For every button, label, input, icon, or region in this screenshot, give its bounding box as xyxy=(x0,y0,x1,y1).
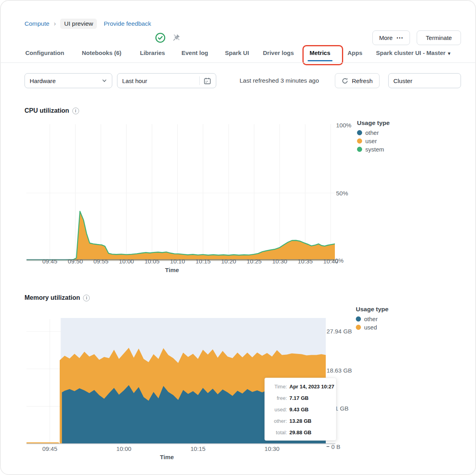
xtick-label: 10:10 xyxy=(165,258,190,265)
xtick-label: 10:35 xyxy=(293,258,318,265)
ytick-label: 27.94 GB xyxy=(327,328,352,335)
ytick-label: 0% xyxy=(335,257,344,264)
memory-legend-title: Usage type xyxy=(356,306,389,313)
tab-spark-ui[interactable]: Spark UI xyxy=(224,49,250,61)
legend-item-label: other xyxy=(365,129,379,136)
legend-item-label: system xyxy=(365,146,384,153)
xtick-label: 10:30 xyxy=(267,258,292,265)
last-refreshed-text: Last refreshed 3 minutes ago xyxy=(240,77,319,84)
memory-legend: Usage type otherused xyxy=(356,306,389,331)
tab-event-log[interactable]: Event log xyxy=(181,49,209,61)
tooltip-time-label: Time: xyxy=(267,383,287,390)
divider xyxy=(199,76,200,85)
tooltip-time-value: Apr 14, 2023 10:27 xyxy=(289,383,334,390)
cpu-legend: Usage type otherusersystem xyxy=(357,119,390,153)
cluster-select-value: Cluster xyxy=(393,78,412,84)
tab-metrics[interactable]: Metrics xyxy=(309,49,331,61)
xtick-label: 10:30 xyxy=(259,445,285,452)
tooltip-row-time: Time: Apr 14, 2023 10:27 xyxy=(267,383,334,390)
cpu-x-axis-title: Time xyxy=(159,267,185,273)
cluster-running-check-icon xyxy=(155,32,166,45)
legend-item-other[interactable]: other xyxy=(357,129,390,137)
tooltip-row-free: free: 7.17 GB xyxy=(267,394,334,402)
metric-group-select[interactable]: Hardware xyxy=(25,73,112,88)
tooltip-row-total: total: 29.88 GB xyxy=(267,429,334,436)
xtick-label: 09:55 xyxy=(88,258,113,265)
more-button[interactable]: More ⋯ xyxy=(372,30,410,45)
legend-dot-icon xyxy=(357,130,362,135)
ytick-label: 50% xyxy=(336,190,348,197)
breadcrumb-compute-link[interactable]: Compute xyxy=(25,20,49,27)
refresh-button[interactable]: Refresh xyxy=(335,73,380,88)
tabs-divider xyxy=(1,62,476,63)
cpu-chart-title-text: CPU utilization xyxy=(25,107,69,114)
tab-spark-cluster-ui[interactable]: Spark cluster UI - Master▾ xyxy=(375,49,451,61)
info-icon[interactable] xyxy=(83,295,90,301)
tab-metrics-label: Metrics xyxy=(310,49,331,56)
tab-spark-cluster-ui-label: Spark cluster UI - Master xyxy=(376,49,446,56)
breadcrumb: Compute › UI preview Provide feedback xyxy=(25,19,151,29)
xtick-label: 09:50 xyxy=(63,258,88,265)
tab-notebooks[interactable]: Notebooks (6) xyxy=(81,49,122,61)
xtick-label: 09:45 xyxy=(37,445,62,452)
ytick-label: 0 B xyxy=(327,443,340,450)
refresh-button-label: Refresh xyxy=(352,78,373,84)
breadcrumb-current-cluster: UI preview xyxy=(60,19,97,29)
legend-dot-icon xyxy=(356,325,361,330)
ytick-label: 18.63 GB xyxy=(327,367,352,374)
calendar-icon xyxy=(204,77,211,85)
memory-chart-title-text: Memory utilization xyxy=(25,294,80,301)
tab-configuration[interactable]: Configuration xyxy=(25,49,65,61)
legend-item-label: user xyxy=(365,138,377,144)
xtick-label: 10:15 xyxy=(191,258,216,265)
legend-dot-icon xyxy=(357,138,362,144)
provide-feedback-link[interactable]: Provide feedback xyxy=(104,20,151,27)
chevron-down-icon: ▾ xyxy=(448,51,450,56)
legend-dot-icon xyxy=(356,316,361,322)
xtick-label: 10:05 xyxy=(139,258,164,265)
ytick-label: 100% xyxy=(336,122,351,129)
cluster-tabs: Configuration Notebooks (6) Libraries Ev… xyxy=(1,49,476,63)
cpu-legend-title: Usage type xyxy=(357,119,390,127)
xtick-label: 10:00 xyxy=(111,445,136,452)
xtick-label: 10:15 xyxy=(185,445,211,452)
terminate-button[interactable]: Terminate xyxy=(417,30,461,45)
memory-hover-tooltip: Time: Apr 14, 2023 10:27 free: 7.17 GB u… xyxy=(264,378,336,441)
tab-apps[interactable]: Apps xyxy=(347,49,363,61)
metric-group-value: Hardware xyxy=(30,78,56,84)
time-range-value: Last hour xyxy=(122,78,147,84)
legend-item-used[interactable]: used xyxy=(356,323,389,331)
more-button-label: More xyxy=(379,34,393,41)
tab-driver-logs[interactable]: Driver logs xyxy=(262,49,295,61)
legend-item-label: used xyxy=(364,324,377,331)
tooltip-row-used: used: 9.43 GB xyxy=(267,406,334,413)
tab-libraries[interactable]: Libraries xyxy=(139,49,166,61)
legend-item-other[interactable]: other xyxy=(356,315,389,323)
info-icon[interactable] xyxy=(72,108,79,114)
pin-slash-icon[interactable] xyxy=(172,33,181,44)
xtick-label: 09:45 xyxy=(37,258,62,265)
compute-metrics-page: Compute › UI preview Provide feedback Mo… xyxy=(0,0,476,475)
memory-chart-title: Memory utilization xyxy=(25,294,90,301)
legend-item-system[interactable]: system xyxy=(357,145,390,153)
terminate-button-label: Terminate xyxy=(426,34,452,41)
legend-item-label: other xyxy=(364,316,378,322)
memory-x-axis-title: Time xyxy=(154,454,179,460)
chevron-down-icon xyxy=(102,78,107,83)
cluster-select[interactable]: Cluster xyxy=(388,73,461,88)
time-range-picker[interactable]: Last hour xyxy=(117,73,216,88)
xtick-label: 10:00 xyxy=(114,258,139,265)
legend-dot-icon xyxy=(357,147,362,152)
xtick-label: 10:25 xyxy=(242,258,267,265)
refresh-icon xyxy=(342,78,348,84)
more-ellipsis-icon: ⋯ xyxy=(396,36,403,40)
legend-item-user[interactable]: user xyxy=(357,137,390,145)
cpu-chart-title: CPU utilization xyxy=(25,107,79,114)
xtick-label: 10:20 xyxy=(216,258,241,265)
cpu-utilization-chart[interactable] xyxy=(26,119,336,263)
tooltip-row-other: other: 13.28 GB xyxy=(267,417,334,425)
breadcrumb-separator: › xyxy=(54,20,56,27)
